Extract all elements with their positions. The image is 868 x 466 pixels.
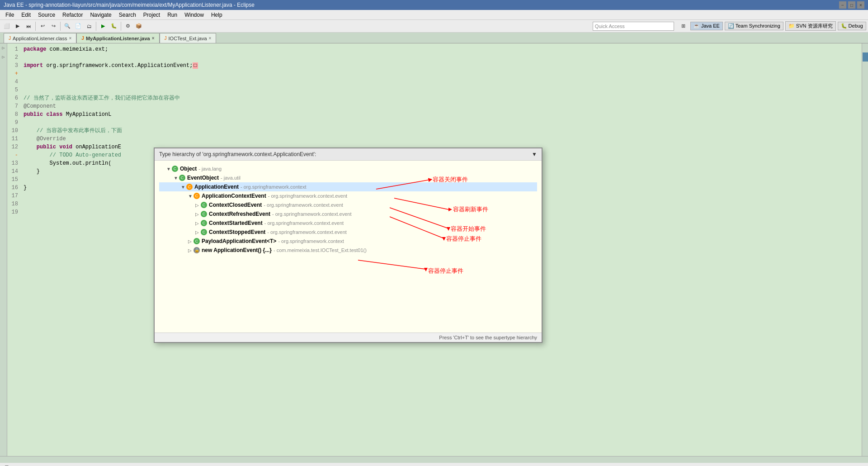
- line-num: 14: [7, 167, 18, 176]
- toolbar-btn-10[interactable]: 📦: [134, 21, 144, 31]
- toolbar-btn-7[interactable]: 📄: [73, 21, 83, 31]
- menu-source[interactable]: Source: [34, 11, 59, 19]
- line-num: 7: [7, 102, 18, 110]
- toolbar-btn-debug[interactable]: 🐛: [109, 21, 119, 31]
- line-num: 15: [7, 176, 18, 184]
- tree-item-payloadevent[interactable]: ▷ C PayloadApplicationEvent<T> - org.spr…: [159, 237, 537, 246]
- tree-item-object[interactable]: ▼ C Object - java.lang: [159, 164, 537, 173]
- tab-close-1[interactable]: ×: [69, 36, 71, 41]
- minimize-button[interactable]: −: [839, 1, 846, 9]
- tree-label-stopped: ContextStoppedEvent: [209, 229, 265, 235]
- line-num: 12: [7, 143, 18, 151]
- tree-icon-payload: C: [193, 238, 200, 244]
- toolbar-btn-run[interactable]: ▶: [98, 21, 108, 31]
- tree-item-newappevent[interactable]: ▷ 🔒 new ApplicationEvent() {...} - com.m…: [159, 246, 537, 255]
- tree-arrow-refreshed: ▷: [195, 212, 201, 217]
- tab-myapplicationlistener[interactable]: J MyApplicationListener.java ×: [76, 33, 159, 43]
- left-gutter: ▷ ▷: [0, 43, 7, 456]
- tree-pkg-new: - com.meimeixia.test.IOCTest_Ext.test01(…: [274, 247, 367, 253]
- perspective-grid-btn[interactable]: ⊞: [679, 21, 689, 31]
- tree-pkg-eventobject: - java.util: [221, 175, 241, 181]
- tab-label-1: ApplicationListener.class: [13, 36, 67, 41]
- tab-bar: J ApplicationListener.class × J MyApplic…: [0, 33, 868, 43]
- gutter-icon-1[interactable]: ▷: [2, 45, 5, 51]
- toolbar-btn-8[interactable]: 🗂: [84, 21, 94, 31]
- dialog-dropdown-icon[interactable]: ▼: [532, 151, 537, 157]
- tab-close-3[interactable]: ×: [209, 36, 212, 41]
- tree-label-started: ContextStartedEvent: [209, 220, 263, 226]
- close-button[interactable]: ×: [857, 1, 864, 9]
- menu-refactor[interactable]: Refactor: [59, 11, 86, 19]
- tree-pkg-payload: - org.springframework.context: [278, 238, 344, 244]
- tab-label-3: IOCTest_Ext.java: [169, 36, 207, 41]
- tab-icon-1: J: [9, 36, 11, 41]
- line-num: 6: [7, 94, 18, 102]
- line-num: 13: [7, 159, 18, 167]
- toolbar-btn-2[interactable]: ▶: [13, 21, 23, 31]
- line-num: 11: [7, 135, 18, 143]
- menu-bar: File Edit Source Refactor Navigate Searc…: [0, 10, 868, 20]
- menu-navigate[interactable]: Navigate: [86, 11, 115, 19]
- tree-arrow-appevent: ▼: [181, 185, 186, 190]
- perspective-javaee[interactable]: ☕ Java EE: [690, 22, 723, 30]
- tree-item-applicationevent[interactable]: ▼ C ApplicationEvent - org.springframewo…: [159, 182, 537, 191]
- dialog-footer: Press 'Ctrl+T' to see the supertype hier…: [155, 333, 542, 342]
- code-line-7: // 当然了，监听器这东西还要工作，我们还得把它添加在容器中: [24, 94, 858, 102]
- tree-icon-appctxevent: C: [193, 193, 200, 199]
- dialog-footer-text: Press 'Ctrl+T' to see the supertype hier…: [439, 335, 537, 340]
- line-numbers: 1 2 3 + 4 5 6 7 8 9 10 11 12 - 13 14 15 …: [7, 43, 20, 456]
- code-line-12: @Override: [24, 135, 858, 143]
- dialog-content[interactable]: ▼ C Object - java.lang ▼ C EventObject -…: [155, 161, 542, 333]
- maximize-button[interactable]: □: [848, 1, 855, 9]
- tree-icon-refreshed: C: [201, 211, 207, 217]
- tree-item-contextclosedevent[interactable]: ▷ C ContextClosedEvent - org.springframe…: [159, 200, 537, 209]
- toolbar-btn-3[interactable]: ⏭: [24, 21, 33, 31]
- menu-run[interactable]: Run: [164, 11, 181, 19]
- tab-close-2[interactable]: ×: [152, 36, 155, 41]
- menu-search[interactable]: Search: [115, 11, 140, 19]
- menu-window[interactable]: Window: [181, 11, 208, 19]
- code-line-11: // 当容器中发布此事件以后，下面: [24, 127, 858, 135]
- menu-edit[interactable]: Edit: [18, 11, 34, 19]
- tree-item-contextstartedevent[interactable]: ▷ C ContextStartedEvent - org.springfram…: [159, 219, 537, 228]
- gutter-icon-2[interactable]: ▷: [2, 54, 5, 60]
- horizontal-scroll[interactable]: [0, 456, 868, 463]
- toolbar-sep-3: [96, 22, 96, 31]
- tab-applicationlistener[interactable]: J ApplicationListener.class ×: [4, 33, 76, 43]
- tree-pkg-stopped: - org.springframework.context.event: [267, 229, 346, 235]
- menu-project[interactable]: Project: [140, 11, 164, 19]
- toolbar-btn-6[interactable]: 🔍: [62, 21, 72, 31]
- perspective-debug[interactable]: 🐛 Debug: [838, 22, 866, 30]
- tab-icon-2: J: [81, 36, 84, 41]
- tree-item-appcontextevent[interactable]: ▼ C ApplicationContextEvent - org.spring…: [159, 191, 537, 200]
- bottom-scrollbar[interactable]: [0, 456, 868, 462]
- line-num: 18: [7, 200, 18, 208]
- toolbar-btn-4[interactable]: ↩: [38, 21, 47, 31]
- toolbar-btn-9[interactable]: ⚙: [123, 21, 133, 31]
- title-bar-controls[interactable]: − □ ×: [839, 1, 864, 9]
- right-scrollbar[interactable]: [862, 43, 868, 456]
- tree-icon-closed: C: [201, 202, 207, 208]
- toolbar-btn-5[interactable]: ↪: [48, 21, 58, 31]
- dialog-header: Type hierarchy of 'org.springframework.c…: [155, 148, 542, 161]
- svg-line-7: [358, 260, 426, 269]
- code-line-2: [24, 53, 858, 62]
- perspective-team[interactable]: 🔄 Team Synchronizing: [725, 22, 783, 30]
- line-num: 1: [7, 45, 18, 53]
- tree-item-contextstoppedevent[interactable]: ▷ C ContextStoppedEvent - org.springfram…: [159, 228, 537, 237]
- menu-file[interactable]: File: [2, 11, 18, 19]
- tree-item-contextrefreshedevent[interactable]: ▷ C ContextRefreshedEvent - org.springfr…: [159, 209, 537, 219]
- tree-icon-appevent: C: [186, 184, 193, 190]
- quick-access-box[interactable]: Quick Access: [593, 22, 674, 31]
- line-num: 5: [7, 86, 18, 94]
- tree-label-closed: ContextClosedEvent: [209, 202, 262, 208]
- menu-help[interactable]: Help: [208, 11, 226, 19]
- line-num: 19: [7, 208, 18, 216]
- tree-arrow-object: ▼: [166, 166, 172, 171]
- perspective-svn[interactable]: 📁 SVN 资源库研究: [785, 21, 836, 31]
- tree-item-eventobject[interactable]: ▼ C EventObject - java.util: [159, 173, 537, 182]
- tab-ioctest[interactable]: J IOCTest_Ext.java ×: [160, 33, 217, 43]
- line-num: 16: [7, 184, 18, 192]
- scroll-thumb[interactable]: [863, 52, 868, 62]
- toolbar-btn-1[interactable]: ⬜: [2, 21, 12, 31]
